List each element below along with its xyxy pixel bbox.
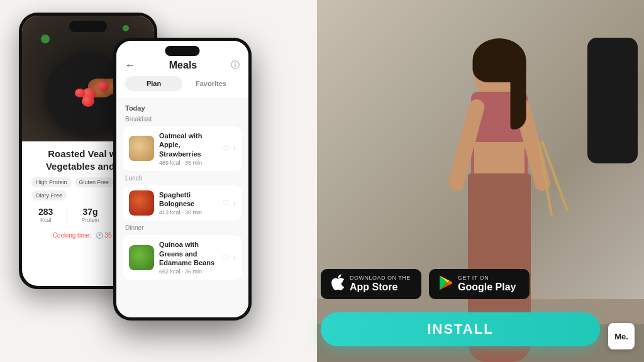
apple-icon <box>331 274 345 294</box>
stat-protein: 37g Protein <box>81 207 99 226</box>
tab-favorites[interactable]: Favorites <box>182 76 240 91</box>
meal-image-spaghetti <box>129 190 154 216</box>
tab-plan[interactable]: Plan <box>125 76 182 91</box>
person-figure <box>392 0 606 362</box>
meal-meta-oatmeal: 489 kcal · 35 min <box>159 160 218 166</box>
meal-heart-spaghetti[interactable]: ♡ <box>223 199 230 207</box>
phone-front-notch <box>165 46 200 56</box>
stat-divider-1 <box>67 207 67 226</box>
meal-name-spaghetti: Spaghetti Bolognese <box>159 190 218 209</box>
store-buttons-container: Download on the App Store GET IT ON Goog… <box>321 269 530 299</box>
section-breakfast: Breakfast <box>116 114 248 124</box>
food-tomato-4 <box>75 89 85 97</box>
meal-actions-spaghetti: ♡ › <box>223 199 236 207</box>
stat-kcal: 283 Kcal <box>38 207 53 226</box>
stat-kcal-label: Kcal <box>38 217 53 223</box>
appstore-sub-label: Download on the <box>350 275 411 281</box>
meal-chevron-spaghetti[interactable]: › <box>233 199 236 207</box>
section-lunch: Lunch <box>116 173 248 184</box>
section-today: Today <box>116 101 248 114</box>
meal-item-oatmeal[interactable]: Oatmeal with Apple, Strawberries 489 kca… <box>123 126 242 171</box>
meals-back-button[interactable]: ← <box>125 60 135 71</box>
meal-chevron-oatmeal[interactable]: › <box>233 144 236 153</box>
stat-kcal-value: 283 <box>38 207 53 217</box>
meal-name-quinoa: Quinoa with Greens and Edamame Beans <box>159 240 218 267</box>
meal-item-spaghetti[interactable]: Spaghetti Bolognese 413 kcal · 30 min ♡ … <box>123 185 242 221</box>
meals-screen-title: Meals <box>169 60 197 71</box>
install-button-label: INSTALL <box>427 321 493 337</box>
meal-actions-quinoa: ♡ › <box>223 253 236 262</box>
googleplay-text: GET IT ON Google Play <box>458 275 516 293</box>
meal-actions-oatmeal: ♡ › <box>223 144 236 153</box>
meal-heart-oatmeal[interactable]: ♡ <box>223 144 230 153</box>
googleplay-button[interactable]: GET IT ON Google Play <box>429 269 530 299</box>
food-tomato-3 <box>82 96 94 107</box>
meal-item-quinoa[interactable]: Quinoa with Greens and Edamame Beans 662… <box>123 235 242 280</box>
meal-image-quinoa <box>129 245 154 270</box>
stat-protein-label: Protein <box>81 217 99 223</box>
meal-info-spaghetti: Spaghetti Bolognese 413 kcal · 30 min <box>159 190 218 216</box>
meals-tabs: Plan Favorites <box>116 76 248 97</box>
me-badge[interactable]: Me. <box>608 323 635 349</box>
tag-gluten-free: Gluten Free <box>75 177 114 187</box>
install-button[interactable]: INSTALL <box>321 312 600 346</box>
recipe-back-button[interactable]: ← <box>31 31 44 44</box>
meal-info-quinoa: Quinoa with Greens and Edamame Beans 662… <box>159 240 218 275</box>
tag-diary-free: Diary Free <box>31 190 67 200</box>
person-hair-side <box>511 54 526 129</box>
phone-back-notch <box>69 21 107 32</box>
meal-meta-spaghetti: 413 kcal · 30 min <box>159 209 218 216</box>
googleplay-name-label: Google Play <box>458 281 516 293</box>
meal-name-oatmeal: Oatmeal with Apple, Strawberries <box>159 131 218 158</box>
phone-front: ← Meals ⓘ Plan Favorites Today Breakfast… <box>113 38 252 321</box>
appstore-button[interactable]: Download on the App Store <box>321 269 421 299</box>
tag-high-protein: High Protein <box>31 177 72 187</box>
meal-meta-quinoa: 662 kcal · 36 min <box>159 268 218 275</box>
google-play-icon <box>439 275 453 293</box>
meal-heart-quinoa[interactable]: ♡ <box>223 253 230 262</box>
appstore-text: Download on the App Store <box>350 275 411 293</box>
stat-protein-value: 37g <box>81 207 99 217</box>
meals-list: Today Breakfast Oatmeal with Apple, Stra… <box>116 97 248 317</box>
section-dinner: Dinner <box>116 222 248 233</box>
meal-chevron-quinoa[interactable]: › <box>233 253 236 262</box>
googleplay-sub-label: GET IT ON <box>458 275 516 281</box>
meals-info-button[interactable]: ⓘ <box>231 60 240 71</box>
meal-info-oatmeal: Oatmeal with Apple, Strawberries 489 kca… <box>159 131 218 166</box>
me-badge-text: Me. <box>614 332 628 341</box>
meal-image-oatmeal <box>129 136 154 161</box>
appstore-name-label: App Store <box>350 281 411 293</box>
food-tomato-2 <box>97 81 109 91</box>
